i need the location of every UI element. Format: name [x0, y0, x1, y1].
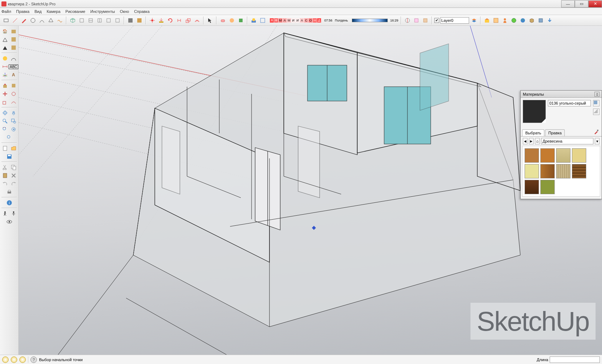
- open-icon[interactable]: [10, 144, 18, 152]
- minimize-button[interactable]: —: [561, 0, 575, 8]
- back-view-icon[interactable]: [105, 16, 113, 24]
- material-swatch[interactable]: [556, 148, 570, 163]
- layer-manager-icon[interactable]: [470, 16, 478, 24]
- material-swatch[interactable]: [572, 148, 586, 163]
- flip-icon[interactable]: [175, 16, 183, 24]
- styles-icon[interactable]: [228, 16, 236, 24]
- pan-icon[interactable]: [10, 109, 18, 117]
- info-icon[interactable]: i: [5, 199, 13, 207]
- zoom-extents-icon[interactable]: [1, 125, 9, 133]
- import-icon[interactable]: [157, 16, 165, 24]
- material-swatch[interactable]: [572, 164, 586, 178]
- material-swatch[interactable]: [540, 164, 555, 178]
- materials-back-icon[interactable]: ◄: [523, 138, 527, 144]
- geo-icon[interactable]: [510, 16, 518, 24]
- styles-panel-icon[interactable]: [10, 44, 18, 52]
- eraser-icon[interactable]: [219, 16, 227, 24]
- front-view-icon[interactable]: [87, 16, 95, 24]
- rotate-icon[interactable]: [166, 16, 174, 24]
- pushpull-icon[interactable]: [1, 82, 9, 90]
- right-view-icon[interactable]: [96, 16, 104, 24]
- axes-icon[interactable]: [1, 71, 9, 79]
- warehouse-icon[interactable]: [483, 16, 491, 24]
- status-icon-1[interactable]: [2, 356, 9, 363]
- materials-tab-edit[interactable]: Правка: [545, 129, 565, 136]
- section-plane-icon[interactable]: [412, 16, 420, 24]
- shadow-toggle-icon[interactable]: [250, 16, 258, 24]
- material-swatch[interactable]: [525, 180, 539, 194]
- material-name-input[interactable]: [548, 100, 591, 106]
- materials-forward-icon[interactable]: ►: [529, 138, 534, 144]
- menu-file[interactable]: Файл: [1, 9, 11, 14]
- walk-icon[interactable]: [1, 210, 9, 217]
- dimension-icon[interactable]: [1, 63, 9, 71]
- paste-icon[interactable]: [1, 172, 9, 179]
- 3dtext-icon[interactable]: A: [10, 71, 18, 79]
- tape-icon[interactable]: [1, 54, 9, 62]
- undo-icon[interactable]: [1, 180, 9, 188]
- layer-select[interactable]: [440, 17, 469, 24]
- circle-tool-icon[interactable]: [29, 16, 37, 24]
- maximize-button[interactable]: ▭: [575, 0, 588, 8]
- move-icon[interactable]: [1, 90, 9, 98]
- materials-category-select[interactable]: [541, 138, 593, 144]
- section-cut-icon[interactable]: [421, 16, 429, 24]
- section-icon[interactable]: [403, 16, 411, 24]
- explode-icon[interactable]: [148, 16, 156, 24]
- status-icon-2[interactable]: [11, 356, 17, 363]
- polygon-tool-icon[interactable]: [47, 16, 55, 24]
- eye-icon[interactable]: [5, 218, 13, 226]
- delete-icon[interactable]: [10, 172, 18, 179]
- protractor-icon[interactable]: [10, 54, 18, 62]
- scale-tool-icon[interactable]: [1, 98, 9, 106]
- offset-icon[interactable]: [193, 16, 201, 24]
- material-swatch[interactable]: [525, 148, 539, 163]
- outliner-icon[interactable]: [1, 35, 9, 43]
- measure-input[interactable]: [550, 356, 600, 363]
- text-icon[interactable]: ABC: [10, 63, 18, 71]
- menu-draw[interactable]: Рисование: [66, 9, 85, 14]
- menu-view[interactable]: Вид: [34, 9, 42, 14]
- material-swatch[interactable]: [556, 164, 570, 178]
- rectangle-tool-icon[interactable]: [2, 16, 10, 24]
- left-view-icon[interactable]: [114, 16, 121, 24]
- rotate-tool-icon[interactable]: [10, 90, 18, 98]
- paint-icon[interactable]: [237, 16, 245, 24]
- help-icon[interactable]: ?: [30, 356, 37, 363]
- menu-camera[interactable]: Камера: [47, 9, 60, 14]
- person-icon[interactable]: [501, 16, 509, 24]
- xray-icon[interactable]: [126, 16, 134, 24]
- default-material-icon[interactable]: [593, 109, 599, 115]
- print-icon[interactable]: [5, 188, 13, 196]
- create-material-icon[interactable]: [593, 100, 599, 106]
- cut-icon[interactable]: [1, 163, 9, 171]
- shaded-icon[interactable]: [135, 16, 143, 24]
- component-icon[interactable]: [10, 27, 18, 35]
- components-icon[interactable]: [492, 16, 500, 24]
- status-icon-3[interactable]: [19, 356, 26, 363]
- shadow-month-bar[interactable]: Я Ф М А М И И А С О Н Д: [270, 18, 321, 23]
- shadow-time-slider[interactable]: [352, 19, 388, 22]
- freehand-tool-icon[interactable]: [56, 16, 64, 24]
- offset-tool-icon[interactable]: [10, 98, 18, 106]
- eyedropper-icon[interactable]: [594, 129, 600, 136]
- select-tool-icon[interactable]: [206, 16, 214, 24]
- orbit-icon[interactable]: [1, 109, 9, 117]
- material-swatch[interactable]: [540, 180, 555, 194]
- line-tool-icon[interactable]: [11, 16, 19, 24]
- earth-icon[interactable]: [519, 16, 527, 24]
- pencil-icon[interactable]: [20, 16, 28, 24]
- save-icon[interactable]: [5, 153, 13, 161]
- materials-menu-icon[interactable]: ▾: [595, 138, 599, 144]
- position-camera-icon[interactable]: [5, 134, 13, 142]
- scale-icon[interactable]: [184, 16, 192, 24]
- new-icon[interactable]: [1, 144, 9, 152]
- copy-icon[interactable]: [10, 163, 18, 171]
- previous-view-icon[interactable]: [10, 125, 18, 133]
- zoom-icon[interactable]: [1, 117, 9, 125]
- 3d-viewport[interactable]: SketchUp Материалы ▯ Выбрать Правка: [19, 26, 602, 355]
- materials-tab-select[interactable]: Выбрать: [522, 129, 544, 136]
- materials-panel-close-icon[interactable]: ▯: [594, 92, 599, 97]
- iso-icon[interactable]: [69, 16, 77, 24]
- shadow-settings-icon[interactable]: [259, 16, 267, 24]
